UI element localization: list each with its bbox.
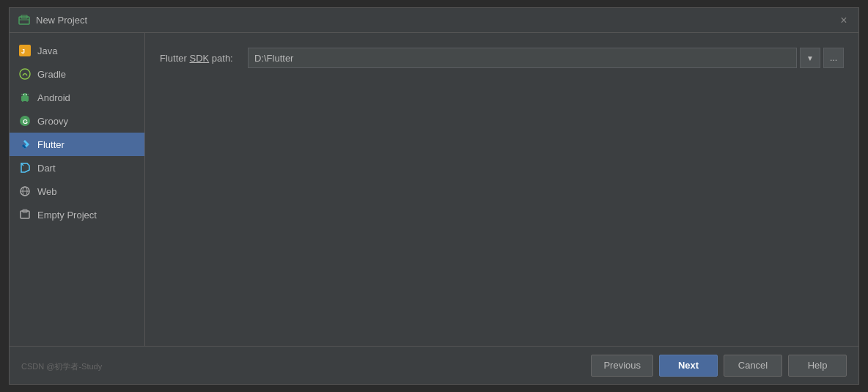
cancel-button[interactable]: Cancel — [724, 355, 782, 377]
android-icon — [18, 91, 32, 104]
gradle-icon — [18, 67, 32, 81]
sidebar-item-flutter[interactable]: Flutter — [10, 133, 144, 156]
sdk-path-input[interactable] — [248, 48, 797, 68]
svg-text:G: G — [23, 118, 28, 125]
groovy-icon: G — [18, 114, 32, 127]
empty-project-icon — [18, 208, 32, 221]
svg-point-7 — [23, 94, 24, 95]
flutter-icon — [18, 138, 32, 151]
dart-icon — [18, 161, 32, 174]
dialog-footer: CSDN @初学者-Study Previous Next Cancel Hel… — [10, 346, 858, 384]
svg-text:J: J — [21, 48, 25, 55]
main-content-area — [160, 83, 844, 331]
sdk-input-group: ▼ ... — [248, 48, 844, 68]
sidebar-item-empty-project[interactable]: Empty Project — [10, 203, 144, 226]
sidebar-item-java[interactable]: J Java — [10, 39, 144, 62]
watermark-text: CSDN @初学者-Study — [21, 362, 102, 371]
dialog-title: New Project — [36, 15, 87, 26]
sidebar-label-android: Android — [37, 92, 70, 103]
web-icon — [18, 185, 32, 198]
svg-line-10 — [27, 94, 29, 96]
dialog-icon — [18, 15, 30, 26]
title-bar-left: New Project — [18, 15, 87, 26]
dialog-content: J Java Gradle — [10, 33, 858, 346]
sidebar-label-gradle: Gradle — [37, 69, 66, 80]
sidebar: J Java Gradle — [10, 33, 145, 346]
sidebar-label-empty-project: Empty Project — [37, 210, 97, 221]
sidebar-label-flutter: Flutter — [37, 139, 65, 150]
new-project-dialog: New Project × J Java — [9, 7, 859, 385]
previous-button[interactable]: Previous — [591, 355, 653, 377]
svg-point-8 — [26, 94, 27, 95]
sdk-browse-button[interactable]: ... — [823, 48, 844, 68]
sidebar-item-android[interactable]: Android — [10, 86, 144, 109]
close-button[interactable]: × — [838, 15, 850, 26]
sidebar-item-gradle[interactable]: Gradle — [10, 62, 144, 86]
footer-left: CSDN @初学者-Study — [21, 359, 585, 372]
help-button[interactable]: Help — [788, 355, 847, 377]
sidebar-item-groovy[interactable]: G Groovy — [10, 109, 144, 133]
title-bar: New Project × — [10, 8, 858, 33]
sdk-underline: SDK — [189, 53, 209, 64]
main-panel: Flutter SDK path: ▼ ... — [145, 33, 858, 346]
sidebar-label-web: Web — [37, 186, 57, 197]
sidebar-label-groovy: Groovy — [37, 116, 68, 127]
java-icon: J — [18, 44, 32, 57]
sdk-dropdown-button[interactable]: ▼ — [800, 48, 820, 68]
sdk-path-row: Flutter SDK path: ▼ ... — [160, 48, 844, 68]
sidebar-label-java: Java — [37, 45, 57, 56]
svg-rect-6 — [21, 96, 29, 101]
next-button[interactable]: Next — [659, 355, 718, 377]
sidebar-label-dart: Dart — [37, 163, 56, 174]
svg-line-9 — [21, 94, 23, 96]
sidebar-item-dart[interactable]: Dart — [10, 156, 144, 180]
sdk-path-label: Flutter SDK path: — [160, 53, 240, 64]
sidebar-item-web[interactable]: Web — [10, 180, 144, 203]
